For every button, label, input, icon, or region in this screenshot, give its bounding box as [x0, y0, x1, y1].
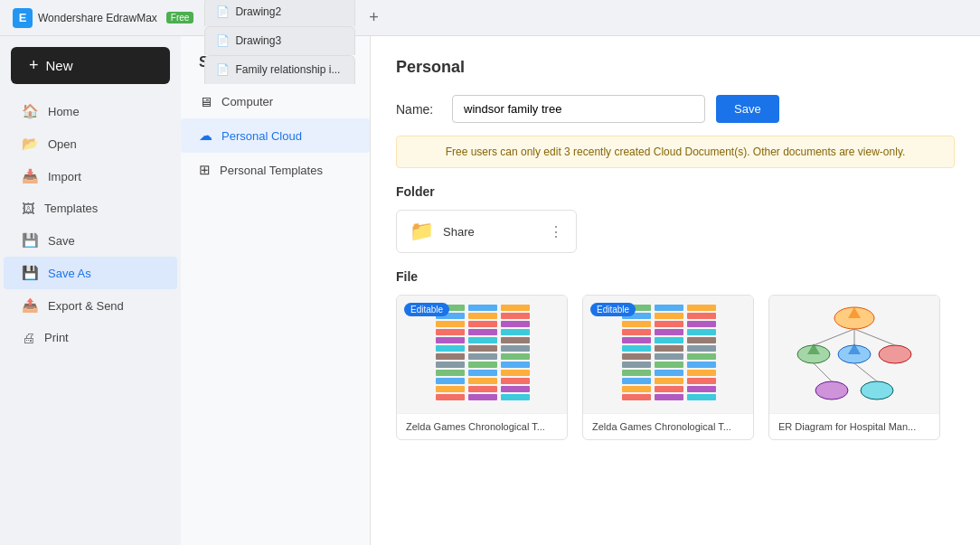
svg-rect-64: [655, 378, 683, 384]
tab-label-family: Family relationship i...: [235, 63, 340, 76]
middle-item-personaltemplates[interactable]: ⊞ Personal Templates: [181, 153, 370, 187]
svg-rect-16: [468, 345, 497, 352]
tab-drawing2[interactable]: 📄 Drawing2: [204, 0, 355, 26]
svg-rect-35: [501, 394, 530, 400]
middle-icon-computer: 🖥: [199, 94, 212, 109]
sidebar-label-import: Import: [48, 170, 81, 183]
sidebar-label-home: Home: [48, 105, 80, 118]
svg-rect-45: [622, 329, 651, 335]
svg-rect-34: [468, 394, 497, 400]
save-button[interactable]: Save: [716, 95, 779, 123]
middle-label-computer: Computer: [221, 95, 273, 108]
sidebar-icon-export: 📤: [22, 297, 39, 314]
svg-point-75: [879, 345, 911, 363]
svg-rect-8: [501, 321, 530, 327]
sidebar-item-templates[interactable]: 🖼 Templates: [4, 193, 177, 224]
svg-rect-69: [622, 394, 651, 400]
svg-rect-2: [501, 305, 530, 311]
file-name-er: ER Diagram for Hospital Man...: [769, 413, 939, 439]
svg-rect-54: [622, 353, 651, 360]
svg-rect-31: [468, 386, 497, 392]
folder-more-icon[interactable]: ⋮: [549, 223, 563, 240]
svg-rect-6: [436, 321, 465, 327]
tabs-container: 📄 windsor family tree ✕ 📄 Drawing2 📄 Dra…: [204, 0, 355, 76]
svg-rect-21: [436, 362, 465, 368]
file-thumb-zelda1: Editable: [397, 296, 567, 413]
svg-rect-51: [622, 345, 651, 352]
tab-family[interactable]: 📄 Family relationship i...: [204, 55, 355, 84]
sidebar-icon-print: 🖨: [22, 330, 35, 345]
svg-rect-55: [655, 353, 683, 360]
tab-icon-drawing3: 📄: [216, 34, 230, 47]
sidebar-label-print: Print: [44, 331, 69, 344]
tab-icon-family: 📄: [216, 63, 230, 76]
middle-icon-personaltemplates: ⊞: [199, 162, 211, 178]
svg-rect-17: [501, 345, 530, 352]
svg-rect-24: [436, 370, 465, 376]
filename-input[interactable]: [452, 95, 705, 123]
svg-rect-50: [687, 337, 716, 343]
svg-rect-61: [655, 370, 683, 376]
svg-rect-65: [687, 378, 716, 384]
sidebar-item-home[interactable]: 🏠 Home: [4, 95, 177, 127]
svg-rect-53: [687, 345, 716, 352]
name-label: Name:: [396, 102, 441, 117]
svg-rect-32: [501, 386, 530, 392]
sidebar-item-open[interactable]: 📂 Open: [4, 127, 177, 160]
sidebar-icon-import: 📥: [22, 168, 39, 184]
svg-rect-48: [622, 337, 651, 343]
right-panel-title: Personal: [396, 58, 955, 77]
svg-rect-47: [687, 329, 716, 335]
free-badge: Free: [166, 12, 194, 23]
sidebar-icon-home: 🏠: [22, 103, 39, 119]
file-card-er[interactable]: ER Diagram for Hospital Man...: [768, 295, 940, 440]
sidebar-item-export[interactable]: 📤 Export & Send: [4, 289, 177, 322]
svg-rect-25: [468, 370, 497, 376]
svg-rect-30: [436, 386, 465, 392]
svg-rect-40: [655, 313, 683, 319]
svg-line-78: [814, 329, 854, 345]
svg-rect-29: [501, 378, 530, 384]
file-section-label: File: [396, 269, 955, 284]
sidebar-item-print[interactable]: 🖨 Print: [4, 322, 177, 353]
app-name: Wondershare EdrawMax: [38, 12, 157, 24]
sidebar-item-import[interactable]: 📥 Import: [4, 160, 177, 193]
sidebar-label-templates: Templates: [44, 202, 98, 215]
middle-icon-personalcloud: ☁: [199, 127, 212, 144]
sidebar-label-save: Save: [48, 234, 75, 248]
sidebar-icon-saveas: 💾: [22, 265, 39, 281]
svg-rect-27: [436, 378, 465, 384]
middle-label-personaltemplates: Personal Templates: [220, 164, 323, 177]
er-thumb-svg: [787, 300, 922, 409]
zelda-thumb-svg-1: [618, 301, 718, 408]
file-card-zelda2[interactable]: Editable Zelda Games Chronological T...: [582, 295, 754, 440]
middle-item-computer[interactable]: 🖥 Computer: [181, 85, 370, 118]
svg-rect-38: [687, 305, 716, 311]
svg-rect-44: [687, 321, 716, 327]
zelda-thumb-svg-0: [432, 301, 532, 408]
svg-rect-4: [468, 313, 497, 319]
tab-drawing3[interactable]: 📄 Drawing3: [204, 26, 355, 55]
editable-badge-zelda2: Editable: [590, 303, 636, 316]
svg-rect-18: [436, 353, 465, 360]
editable-badge-zelda1: Editable: [404, 303, 449, 316]
svg-rect-7: [468, 321, 497, 327]
file-card-zelda1[interactable]: Editable Zelda Games Chronological T...: [396, 295, 568, 440]
middle-item-personalcloud[interactable]: ☁ Personal Cloud: [181, 118, 370, 153]
svg-point-77: [861, 381, 893, 399]
middle-items: 🖥 Computer ☁ Personal Cloud ⊞ Personal T…: [181, 85, 370, 187]
new-button[interactable]: + New: [11, 47, 170, 84]
sidebar-item-save[interactable]: 💾 Save: [4, 224, 177, 257]
info-banner: Free users can only edit 3 recently crea…: [396, 136, 955, 168]
svg-line-80: [854, 329, 895, 345]
sidebar-item-saveas[interactable]: 💾 Save As: [4, 257, 177, 289]
file-name-zelda1: Zelda Games Chronological T...: [397, 413, 567, 439]
svg-rect-19: [468, 353, 497, 360]
svg-rect-11: [501, 329, 530, 335]
sidebar-icon-save: 💾: [22, 232, 39, 249]
app-logo-icon: E: [13, 8, 33, 28]
new-tab-button[interactable]: +: [361, 5, 386, 31]
folder-share[interactable]: 📁 Share ⋮: [396, 210, 577, 253]
svg-rect-28: [468, 378, 497, 384]
svg-rect-12: [436, 337, 465, 343]
